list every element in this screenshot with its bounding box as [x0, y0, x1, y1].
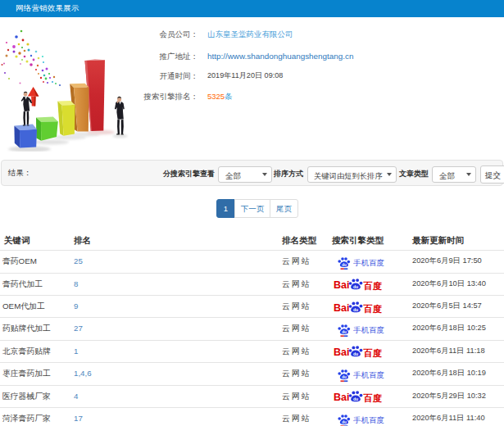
svg-text:du: du	[342, 263, 347, 267]
svg-text:du: du	[353, 397, 358, 401]
svg-text:du: du	[353, 306, 358, 311]
svg-text:Bai: Bai	[334, 302, 349, 314]
svg-text:百度: 百度	[363, 393, 383, 403]
svg-text:du: du	[353, 351, 358, 356]
svg-text:du: du	[353, 284, 358, 289]
svg-text:du: du	[342, 375, 347, 379]
svg-text:du: du	[342, 420, 347, 424]
svg-text:du: du	[342, 330, 347, 334]
svg-text:百度: 百度	[363, 281, 383, 291]
svg-text:百度: 百度	[363, 303, 383, 313]
svg-text:百度: 百度	[363, 348, 383, 358]
svg-text:Bai: Bai	[334, 347, 349, 359]
svg-text:Bai: Bai	[334, 392, 349, 403]
svg-text:Bai: Bai	[334, 280, 349, 292]
